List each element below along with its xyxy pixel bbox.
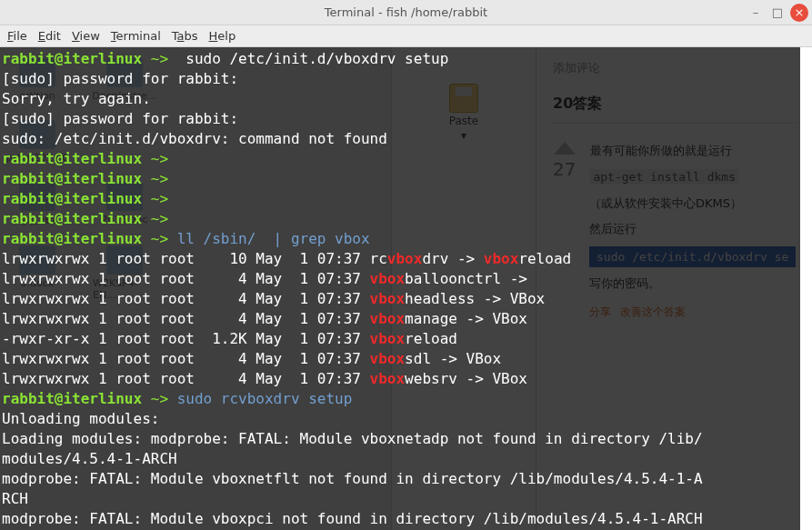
- minimize-button[interactable]: –: [747, 4, 765, 22]
- menubar: File Edit View Terminal Tabs Help: [0, 25, 812, 47]
- window-title: Terminal - fish /home/rabbit: [325, 5, 487, 19]
- menu-edit[interactable]: Edit: [38, 29, 61, 43]
- menu-view[interactable]: View: [72, 29, 100, 43]
- menu-tabs[interactable]: Tabs: [172, 29, 198, 43]
- window-controls: – □ ×: [747, 4, 808, 22]
- close-button[interactable]: ×: [790, 4, 808, 22]
- menu-terminal[interactable]: Terminal: [111, 29, 161, 43]
- maximize-button[interactable]: □: [768, 4, 787, 22]
- menu-file[interactable]: File: [7, 29, 27, 43]
- workspace: artition DeepInstre… psbm201.60 专栏.tbz 2…: [0, 47, 812, 530]
- terminal-output[interactable]: rabbit@iterlinux ~> sudo /etc/init.d/vbo…: [0, 47, 800, 530]
- window-titlebar: Terminal - fish /home/rabbit – □ ×: [0, 0, 812, 25]
- menu-help[interactable]: Help: [209, 29, 236, 43]
